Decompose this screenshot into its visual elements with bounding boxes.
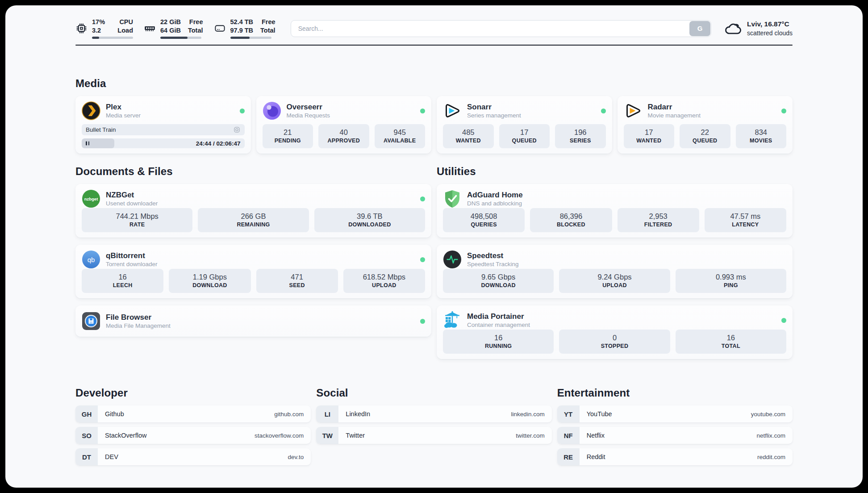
stat-remaining: 266 GBREMAINING: [198, 208, 309, 232]
app-name: Plex: [106, 102, 141, 112]
storage-usage-bar: [230, 37, 271, 39]
radarr-icon: [624, 101, 643, 120]
stat-rate: 744.21 MbpsRATE: [82, 208, 192, 232]
sonarr-icon: [443, 101, 462, 120]
link-abbr-badge: YT: [557, 405, 580, 422]
now-playing-bar[interactable]: Bullet Train: [82, 124, 245, 135]
stat-queued: 22QUEUED: [680, 124, 730, 148]
stat-approved: 40APPROVED: [318, 124, 369, 148]
plex-icon: [82, 101, 100, 120]
status-dot: [781, 318, 786, 323]
app-description: Speedtest Tracking: [467, 260, 519, 268]
system-header: 17% 3.2 CPU Load: [75, 18, 793, 39]
stat-filtered: 2,953FILTERED: [618, 208, 699, 232]
status-dot: [420, 109, 425, 113]
stat-wanted: 17WANTED: [624, 124, 675, 148]
now-playing-title: Bullet Train: [86, 126, 116, 133]
status-dot: [240, 109, 245, 113]
pause-icon: [86, 142, 89, 146]
svg-text:nzbget: nzbget: [84, 196, 98, 201]
link-youtube[interactable]: YT YouTube youtube.com: [557, 405, 793, 422]
app-name: AdGuard Home: [467, 190, 523, 200]
storage-free-value: 52.4 TB: [230, 18, 254, 26]
app-card-qbittorrent[interactable]: qb qBittorrent Torrent downloader 16LEEC…: [75, 245, 431, 298]
stat-upload: 618.52 MbpsUPLOAD: [343, 269, 425, 293]
stat-stopped: 0STOPPED: [559, 330, 670, 354]
stat-leech: 16LEECH: [82, 269, 163, 293]
search-engine-button[interactable]: G: [689, 21, 710, 36]
cpu-metric: 17% 3.2 CPU Load: [75, 18, 133, 39]
app-name: Speedtest: [467, 251, 519, 260]
weather-widget[interactable]: Lviv, 16.87°C scattered clouds: [724, 20, 793, 38]
stat-running: 16RUNNING: [443, 330, 554, 354]
app-card-nzbget[interactable]: nzbget NZBGet Usenet downloader 744.21 M…: [75, 184, 431, 238]
link-abbr-badge: SO: [75, 427, 98, 444]
memory-free-label: Free: [188, 18, 203, 26]
storage-metric: 52.4 TB 97.9 TB Free Total: [214, 18, 275, 39]
app-card-radarr[interactable]: Radarr Movie management 17WANTED 22QUEUE…: [618, 96, 793, 154]
app-card-speedtest[interactable]: Speedtest Speedtest Tracking 9.65 GbpsDO…: [437, 245, 793, 298]
section-title-documents: Documents & Files: [75, 165, 431, 178]
stat-queries: 498,508QUERIES: [443, 208, 525, 232]
app-description: Movie management: [648, 112, 701, 120]
section-title-media: Media: [75, 77, 793, 90]
cpu-load-value: 3.2: [92, 26, 105, 35]
storage-free-label: Free: [260, 18, 275, 26]
section-title-utilities: Utilities: [437, 165, 793, 178]
link-netflix[interactable]: NF Netflix netflix.com: [557, 427, 793, 444]
app-card-filebrowser[interactable]: File Browser Media File Management: [75, 305, 431, 337]
link-stackoverflow[interactable]: SO StackOverflow stackoverflow.com: [75, 427, 311, 444]
link-twitter[interactable]: TW Twitter twitter.com: [316, 427, 551, 444]
link-abbr-badge: LI: [316, 405, 338, 422]
stat-series: 196SERIES: [555, 124, 606, 148]
cpu-label: CPU: [117, 18, 133, 26]
links-column-social: Social LI LinkedIn linkedin.com TW Twitt…: [316, 387, 551, 444]
playback-progress-bar[interactable]: 24:44 / 02:06:47: [82, 138, 245, 148]
app-description: Media Requests: [287, 112, 330, 120]
storage-total-value: 97.9 TB: [230, 26, 254, 35]
nzbget-icon: nzbget: [82, 189, 100, 208]
cloud-icon: [724, 20, 742, 38]
app-card-plex[interactable]: Plex Media server Bullet Train 24:44 / 0…: [75, 96, 251, 154]
link-linkedin[interactable]: LI LinkedIn linkedin.com: [316, 405, 551, 422]
app-description: Series management: [467, 112, 521, 120]
app-card-overseerr[interactable]: Overseerr Media Requests 21PENDING 40APP…: [256, 96, 432, 154]
link-abbr-badge: GH: [75, 405, 98, 422]
app-card-adguard[interactable]: AdGuard Home DNS and adblocking 498,508Q…: [437, 184, 793, 238]
stat-latency: 47.57 msLATENCY: [705, 208, 786, 232]
app-description: Media File Management: [106, 322, 171, 330]
stat-download: 1.19 GbpsDOWNLOAD: [169, 269, 250, 293]
status-dot: [601, 109, 606, 113]
app-name: Sonarr: [467, 102, 521, 112]
memory-metric: 22 GiB 64 GiB Free Total: [144, 18, 203, 39]
memory-total-value: 64 GiB: [160, 26, 181, 35]
memory-usage-bar: [160, 37, 201, 39]
stat-pending: 21PENDING: [263, 124, 313, 148]
memory-free-value: 22 GiB: [160, 18, 181, 26]
header-divider: [75, 45, 793, 46]
record-icon: [233, 126, 241, 134]
search-input[interactable]: [291, 20, 711, 37]
app-card-portainer[interactable]: Media Portainer Container management 16R…: [437, 305, 793, 359]
section-title-social: Social: [316, 387, 551, 399]
speedtest-pulse-icon: [443, 250, 462, 269]
app-description: Media server: [106, 112, 141, 120]
app-name: NZBGet: [106, 190, 158, 200]
status-dot: [420, 257, 425, 262]
link-reddit[interactable]: RE Reddit reddit.com: [557, 448, 793, 465]
stat-queued: 17QUEUED: [499, 124, 550, 148]
app-description: DNS and adblocking: [467, 200, 523, 208]
svg-text:qb: qb: [88, 256, 95, 263]
stat-upload: 9.24 GbpsUPLOAD: [559, 269, 670, 293]
app-card-sonarr[interactable]: Sonarr Series management 485WANTED 17QUE…: [437, 96, 612, 154]
links-column-developer: Developer GH Github github.com SO StackO…: [75, 387, 311, 465]
link-abbr-badge: NF: [557, 427, 580, 444]
search-bar: G: [291, 20, 711, 37]
links-column-entertainment: Entertainment YT YouTube youtube.com NF …: [557, 387, 793, 465]
link-github[interactable]: GH Github github.com: [75, 405, 311, 422]
stat-available: 945AVAILABLE: [375, 124, 426, 148]
dashboard-page: 17% 3.2 CPU Load: [5, 5, 863, 488]
link-dev-to[interactable]: DT DEV dev.to: [75, 448, 311, 465]
app-name: Media Portainer: [467, 312, 530, 321]
app-description: Usenet downloader: [106, 200, 158, 208]
